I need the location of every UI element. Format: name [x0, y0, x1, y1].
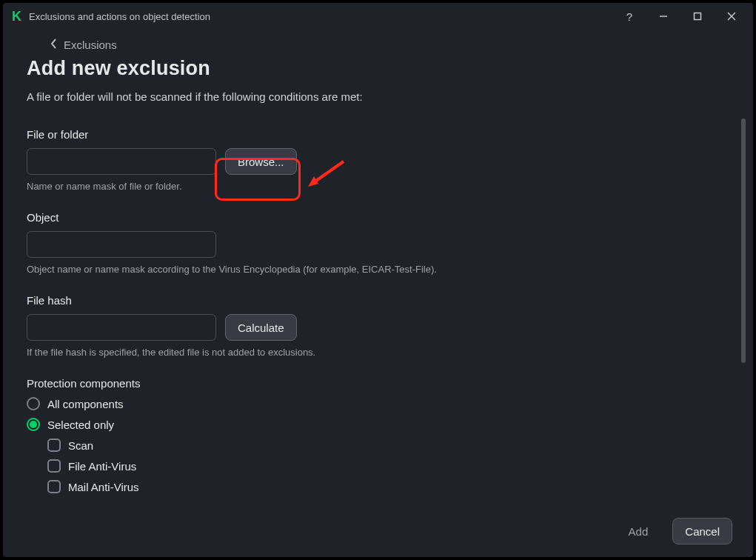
titlebar: K Exclusions and actions on object detec… — [3, 3, 753, 30]
radio-label-all: All components — [47, 398, 124, 410]
label-protection-components: Protection components — [27, 377, 729, 390]
vertical-scrollbar[interactable] — [741, 119, 746, 363]
add-button[interactable]: Add — [616, 518, 661, 544]
file-or-folder-input[interactable] — [27, 148, 216, 175]
calculate-button[interactable]: Calculate — [225, 314, 297, 341]
checkbox-label-scan: Scan — [68, 439, 93, 452]
checkbox-icon — [47, 459, 61, 473]
checkbox-scan[interactable]: Scan — [47, 439, 729, 452]
page-title: Add new exclusion — [27, 57, 729, 80]
hint-file-hash: If the file hash is specified, the edite… — [27, 347, 729, 358]
checkbox-mail-antivirus[interactable]: Mail Anti-Virus — [47, 480, 729, 493]
checkbox-label-mail-av: Mail Anti-Virus — [68, 481, 139, 493]
checkbox-label-file-av: File Anti-Virus — [68, 460, 136, 473]
label-file-or-folder: File or folder — [27, 128, 729, 141]
window-title: Exclusions and actions on object detecti… — [29, 11, 210, 22]
breadcrumb[interactable]: Exclusions — [27, 30, 729, 56]
radio-label-selected: Selected only — [47, 419, 114, 431]
radio-all-components[interactable]: All components — [27, 397, 729, 410]
help-button[interactable]: ? — [612, 4, 646, 28]
group-object: Object Object name or name mask accordin… — [27, 211, 729, 275]
chevron-left-icon — [50, 39, 58, 51]
radio-selected-only[interactable]: Selected only — [27, 418, 729, 431]
cancel-button[interactable]: Cancel — [672, 518, 732, 544]
hint-object: Object name or name mask according to th… — [27, 264, 729, 275]
label-file-hash: File hash — [27, 294, 729, 307]
checkbox-icon — [47, 480, 61, 493]
group-protection-components: Protection components All components Sel… — [27, 377, 729, 493]
page-intro: A file or folder will not be scanned if … — [27, 90, 729, 103]
minimize-button[interactable] — [646, 4, 680, 28]
svg-rect-1 — [695, 13, 701, 20]
radio-icon — [27, 418, 40, 431]
browse-button[interactable]: Browse... — [225, 148, 297, 175]
breadcrumb-label: Exclusions — [64, 39, 117, 51]
file-hash-input[interactable] — [27, 314, 216, 341]
app-window: K Exclusions and actions on object detec… — [3, 3, 753, 557]
content-area: Exclusions Add new exclusion A file or f… — [3, 30, 753, 505]
titlebar-left: K Exclusions and actions on object detec… — [7, 10, 210, 23]
radio-icon — [27, 397, 40, 410]
close-button[interactable] — [715, 4, 749, 28]
object-input[interactable] — [27, 231, 216, 258]
close-icon — [727, 12, 736, 21]
hint-file-or-folder: Name or name mask of file or folder. — [27, 181, 729, 192]
group-file-hash: File hash Calculate If the file hash is … — [27, 294, 729, 358]
checkbox-file-antivirus[interactable]: File Anti-Virus — [47, 459, 729, 473]
maximize-icon — [693, 12, 702, 21]
label-object: Object — [27, 211, 729, 224]
bottom-bar: Add Cancel — [3, 505, 753, 557]
app-logo: K — [12, 10, 21, 23]
checkbox-icon — [47, 439, 61, 452]
minimize-icon — [659, 12, 668, 21]
group-file-or-folder: File or folder Browse... Name or name ma… — [27, 128, 729, 192]
titlebar-controls: ? — [612, 4, 749, 28]
maximize-button[interactable] — [680, 4, 715, 28]
